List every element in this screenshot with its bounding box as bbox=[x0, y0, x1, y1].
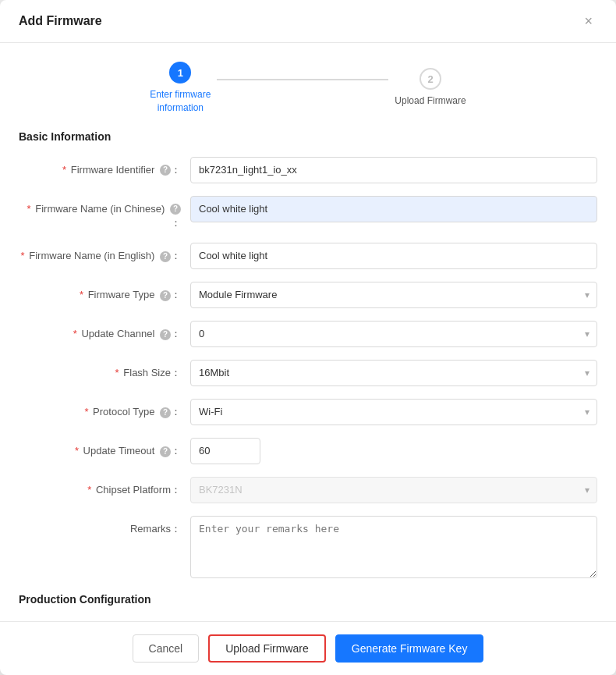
chipset-platform-select-wrapper: BK7231N ▾ bbox=[190, 477, 597, 503]
update-timeout-input[interactable] bbox=[190, 438, 260, 464]
update-timeout-row: * Update Timeout ?： bbox=[19, 438, 597, 464]
remarks-label: Remarks： bbox=[19, 516, 190, 536]
flash-size-select-wrapper: 16Mbit 8Mbit 4Mbit ▾ bbox=[190, 360, 597, 386]
production-config-title: Production Configuration bbox=[19, 593, 597, 606]
protocol-type-select[interactable]: Wi-Fi Zigbee Bluetooth bbox=[190, 399, 597, 425]
update-channel-control: 0 1 2 ▾ bbox=[190, 321, 597, 347]
firmware-name-en-info-icon[interactable]: ? bbox=[160, 251, 171, 262]
update-channel-info-icon[interactable]: ? bbox=[160, 329, 171, 340]
firmware-name-en-control bbox=[190, 243, 597, 269]
add-firmware-dialog: Add Firmware × 1 Enter firmwareinformati… bbox=[0, 0, 616, 675]
firmware-name-cn-label: * Firmware Name (in Chinese) ?： bbox=[19, 196, 190, 230]
step-2-circle: 2 bbox=[420, 68, 441, 90]
update-timeout-label: * Update Timeout ?： bbox=[19, 438, 190, 458]
remarks-control bbox=[190, 516, 597, 581]
generate-firmware-key-button[interactable]: Generate Firmware Key bbox=[335, 634, 484, 663]
dialog-title: Add Firmware bbox=[19, 14, 102, 28]
protocol-type-row: * Protocol Type ?： Wi-Fi Zigbee Bluetoot… bbox=[19, 399, 597, 425]
firmware-type-select-wrapper: Module Firmware MCU Firmware ▾ bbox=[190, 282, 597, 308]
upload-firmware-button[interactable]: Upload Firmware bbox=[208, 634, 326, 663]
firmware-name-cn-info-icon[interactable]: ? bbox=[170, 204, 181, 215]
stepper: 1 Enter firmwareinformation 2 Upload Fir… bbox=[0, 43, 616, 130]
flash-size-select[interactable]: 16Mbit 8Mbit 4Mbit bbox=[190, 360, 597, 386]
firmware-identifier-row: * Firmware Identifier ?： bbox=[19, 157, 597, 183]
protocol-type-info-icon[interactable]: ? bbox=[160, 407, 171, 418]
firmware-type-select[interactable]: Module Firmware MCU Firmware bbox=[190, 282, 597, 308]
chipset-platform-select[interactable]: BK7231N bbox=[190, 477, 597, 503]
update-channel-row: * Update Channel ?： 0 1 2 ▾ bbox=[19, 321, 597, 347]
step-2: 2 Upload Firmware bbox=[395, 68, 466, 108]
flash-size-control: 16Mbit 8Mbit 4Mbit ▾ bbox=[190, 360, 597, 386]
firmware-type-row: * Firmware Type ?： Module Firmware MCU F… bbox=[19, 282, 597, 308]
dialog-body: Basic Information * Firmware Identifier … bbox=[0, 130, 616, 621]
firmware-name-cn-row: * Firmware Name (in Chinese) ?： bbox=[19, 196, 597, 230]
remarks-row: Remarks： bbox=[19, 516, 597, 581]
dialog-footer: Cancel Upload Firmware Generate Firmware… bbox=[0, 621, 616, 675]
firmware-type-label: * Firmware Type ?： bbox=[19, 282, 190, 302]
protocol-type-label: * Protocol Type ?： bbox=[19, 399, 190, 419]
close-button[interactable]: × bbox=[579, 12, 597, 30]
dialog-header: Add Firmware × bbox=[0, 0, 616, 43]
remarks-textarea[interactable] bbox=[190, 516, 597, 578]
firmware-identifier-info-icon[interactable]: ? bbox=[160, 165, 171, 176]
step-1-label: Enter firmwareinformation bbox=[150, 88, 211, 115]
basic-info-title: Basic Information bbox=[19, 130, 597, 143]
firmware-name-cn-input[interactable] bbox=[190, 196, 597, 222]
firmware-identifier-label: * Firmware Identifier ?： bbox=[19, 157, 190, 177]
flash-size-label: * Flash Size： bbox=[19, 360, 190, 380]
step-2-label: Upload Firmware bbox=[395, 94, 466, 108]
update-channel-select[interactable]: 0 1 2 bbox=[190, 321, 597, 347]
chipset-platform-control: BK7231N ▾ bbox=[190, 477, 597, 503]
firmware-name-cn-control bbox=[190, 196, 597, 222]
firmware-type-control: Module Firmware MCU Firmware ▾ bbox=[190, 282, 597, 308]
update-timeout-control bbox=[190, 438, 597, 464]
chipset-platform-label: * Chipset Platform： bbox=[19, 477, 190, 497]
protocol-type-control: Wi-Fi Zigbee Bluetooth ▾ bbox=[190, 399, 597, 425]
firmware-identifier-control bbox=[190, 157, 597, 183]
firmware-type-info-icon[interactable]: ? bbox=[160, 290, 171, 301]
firmware-name-en-input[interactable] bbox=[190, 243, 597, 269]
firmware-identifier-input[interactable] bbox=[190, 157, 597, 183]
update-channel-select-wrapper: 0 1 2 ▾ bbox=[190, 321, 597, 347]
step-line bbox=[217, 79, 388, 80]
step-1-circle: 1 bbox=[169, 62, 191, 83]
step-1: 1 Enter firmwareinformation bbox=[150, 62, 211, 115]
protocol-type-select-wrapper: Wi-Fi Zigbee Bluetooth ▾ bbox=[190, 399, 597, 425]
flash-size-row: * Flash Size： 16Mbit 8Mbit 4Mbit ▾ bbox=[19, 360, 597, 386]
chipset-platform-row: * Chipset Platform： BK7231N ▾ bbox=[19, 477, 597, 503]
update-channel-label: * Update Channel ?： bbox=[19, 321, 190, 341]
update-timeout-info-icon[interactable]: ? bbox=[160, 446, 171, 457]
firmware-name-en-row: * Firmware Name (in English) ?： bbox=[19, 243, 597, 269]
firmware-name-en-label: * Firmware Name (in English) ?： bbox=[19, 243, 190, 263]
cancel-button[interactable]: Cancel bbox=[133, 634, 200, 663]
